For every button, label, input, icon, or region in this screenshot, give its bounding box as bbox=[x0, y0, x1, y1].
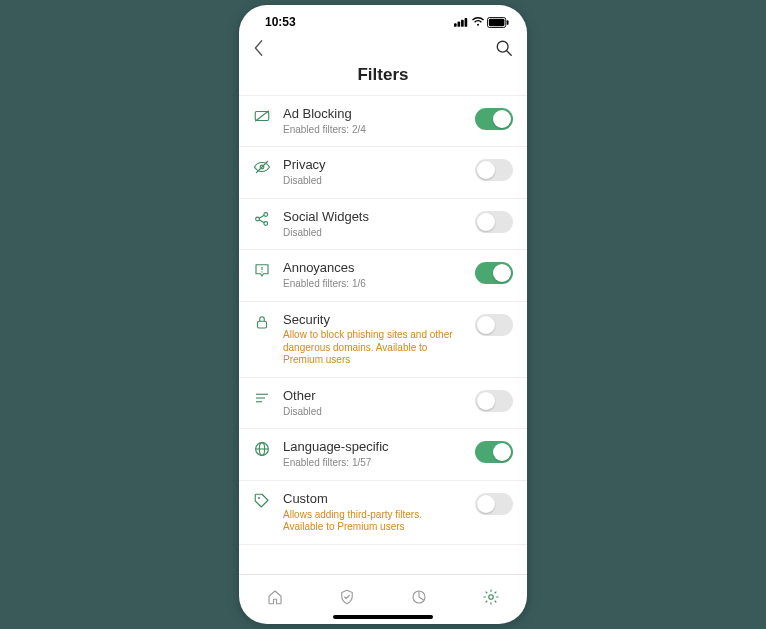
svg-rect-20 bbox=[258, 321, 267, 328]
svg-point-29 bbox=[489, 594, 494, 599]
gear-icon bbox=[482, 588, 500, 606]
globe-icon bbox=[253, 440, 271, 458]
filter-row-security[interactable]: Security Allow to block phishing sites a… bbox=[239, 302, 527, 378]
toggle-annoyances[interactable] bbox=[475, 262, 513, 284]
filter-sub: Disabled bbox=[283, 175, 463, 188]
status-icons bbox=[454, 17, 509, 28]
chevron-left-icon bbox=[253, 39, 265, 57]
filter-row-ad-blocking[interactable]: Ad Blocking Enabled filters: 2/4 bbox=[239, 96, 527, 147]
search-button[interactable] bbox=[495, 39, 513, 61]
filter-row-custom[interactable]: Custom Allows adding third-party filters… bbox=[239, 481, 527, 545]
nav-bar bbox=[239, 33, 527, 63]
filter-label: Privacy bbox=[283, 157, 463, 174]
svg-point-13 bbox=[256, 217, 260, 221]
filters-list: Ad Blocking Enabled filters: 2/4 Privacy… bbox=[239, 95, 527, 574]
filter-label: Security bbox=[283, 312, 463, 329]
toggle-custom[interactable] bbox=[475, 493, 513, 515]
svg-point-27 bbox=[258, 497, 260, 499]
alert-box-icon bbox=[253, 261, 271, 279]
page-title: Filters bbox=[239, 63, 527, 95]
tab-settings[interactable] bbox=[482, 588, 500, 606]
lock-icon bbox=[253, 313, 271, 331]
filter-label: Other bbox=[283, 388, 463, 405]
svg-point-14 bbox=[264, 212, 268, 216]
tab-stats[interactable] bbox=[410, 588, 428, 606]
filter-sub: Enabled filters: 1/57 bbox=[283, 457, 463, 470]
svg-rect-0 bbox=[454, 23, 457, 27]
filter-label: Social Widgets bbox=[283, 209, 463, 226]
svg-line-16 bbox=[259, 215, 264, 218]
filter-row-privacy[interactable]: Privacy Disabled bbox=[239, 147, 527, 198]
svg-point-15 bbox=[264, 221, 268, 225]
svg-line-8 bbox=[507, 51, 512, 56]
toggle-language[interactable] bbox=[475, 441, 513, 463]
phone-frame: 10:53 Filters Ad Blocking Enabled filter… bbox=[239, 5, 527, 624]
filter-row-language[interactable]: Language-specific Enabled filters: 1/57 bbox=[239, 429, 527, 480]
svg-rect-1 bbox=[458, 22, 461, 27]
toggle-ad-blocking[interactable] bbox=[475, 108, 513, 130]
svg-point-19 bbox=[261, 271, 262, 272]
svg-line-17 bbox=[259, 220, 264, 223]
filter-label: Annoyances bbox=[283, 260, 463, 277]
svg-rect-2 bbox=[461, 20, 464, 27]
tab-home[interactable] bbox=[266, 588, 284, 606]
eye-off-icon bbox=[253, 158, 271, 176]
filter-row-annoyances[interactable]: Annoyances Enabled filters: 1/6 bbox=[239, 250, 527, 301]
share-icon bbox=[253, 210, 271, 228]
wifi-icon bbox=[471, 17, 485, 27]
filter-sub: Allows adding third-party filters. Avail… bbox=[283, 509, 463, 534]
filter-row-other[interactable]: Other Disabled bbox=[239, 378, 527, 429]
status-bar: 10:53 bbox=[239, 5, 527, 33]
lines-icon bbox=[253, 389, 271, 407]
ad-block-icon bbox=[253, 107, 271, 125]
filter-sub: Allow to block phishing sites and other … bbox=[283, 329, 463, 367]
signal-icon bbox=[454, 17, 469, 27]
filter-sub: Disabled bbox=[283, 227, 463, 240]
search-icon bbox=[495, 39, 513, 57]
pie-icon bbox=[410, 588, 428, 606]
filter-label: Language-specific bbox=[283, 439, 463, 456]
svg-rect-5 bbox=[489, 18, 505, 25]
filter-sub: Disabled bbox=[283, 406, 463, 419]
filter-label: Custom bbox=[283, 491, 463, 508]
home-indicator bbox=[333, 615, 433, 619]
filter-sub: Enabled filters: 1/6 bbox=[283, 278, 463, 291]
svg-rect-3 bbox=[465, 18, 468, 27]
status-time: 10:53 bbox=[265, 15, 296, 29]
filter-sub: Enabled filters: 2/4 bbox=[283, 124, 463, 137]
toggle-other[interactable] bbox=[475, 390, 513, 412]
toggle-privacy[interactable] bbox=[475, 159, 513, 181]
back-button[interactable] bbox=[253, 39, 265, 61]
battery-icon bbox=[487, 17, 509, 28]
filter-row-social[interactable]: Social Widgets Disabled bbox=[239, 199, 527, 250]
filter-label: Ad Blocking bbox=[283, 106, 463, 123]
svg-rect-6 bbox=[507, 20, 509, 25]
tag-icon bbox=[253, 492, 271, 510]
toggle-security[interactable] bbox=[475, 314, 513, 336]
toggle-social[interactable] bbox=[475, 211, 513, 233]
svg-line-10 bbox=[255, 111, 269, 122]
shield-icon bbox=[338, 588, 356, 606]
home-icon bbox=[266, 588, 284, 606]
tab-shield[interactable] bbox=[338, 588, 356, 606]
